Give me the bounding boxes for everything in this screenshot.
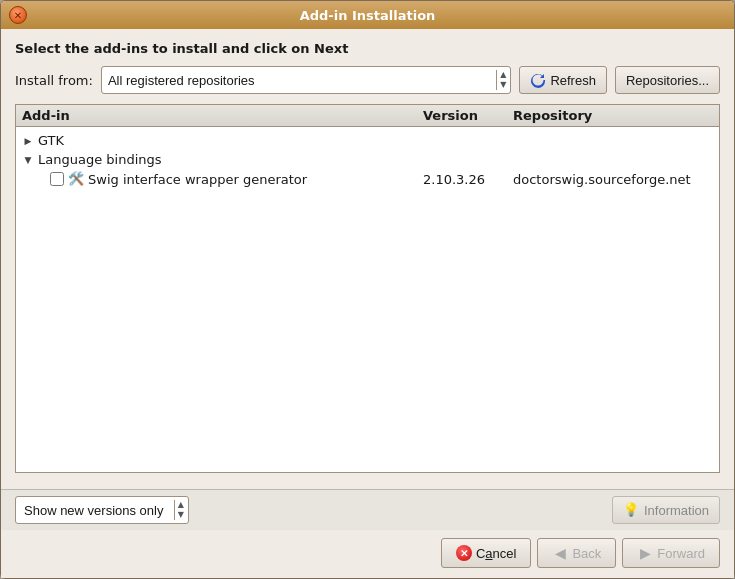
group-language-bindings-label: Language bindings <box>38 152 162 167</box>
back-icon: ◀ <box>552 545 568 561</box>
cancel-icon: ✕ <box>456 545 472 561</box>
col-addon-header: Add-in <box>22 108 423 123</box>
table-header: Add-in Version Repository <box>16 105 719 127</box>
titlebar: ✕ Add-in Installation <box>1 1 734 29</box>
install-from-row: Install from: All registered repositorie… <box>15 66 720 94</box>
content-area: Select the add-ins to install and click … <box>1 29 734 489</box>
expand-gtk-icon: ▶ <box>22 135 34 147</box>
refresh-label: Refresh <box>550 73 596 88</box>
repositories-label: Repositories... <box>626 73 709 88</box>
forward-button[interactable]: ▶ Forward <box>622 538 720 568</box>
tree-body: ▶ GTK ▼ Language bindings 🛠️ Swig interf… <box>16 127 719 472</box>
back-label: Back <box>572 546 601 561</box>
swig-label: Swig interface wrapper generator <box>88 172 423 187</box>
install-from-select-wrapper: All registered repositoriesLocal reposit… <box>101 66 511 94</box>
show-versions-select[interactable]: Show new versions onlyShow all versionsS… <box>15 496 189 524</box>
group-row-language-bindings[interactable]: ▼ Language bindings <box>16 150 719 169</box>
button-bar: ✕ Cancel ◀ Back ▶ Forward <box>1 530 734 578</box>
swig-icon: 🛠️ <box>68 171 84 187</box>
show-versions-arrows: ▲ ▼ <box>174 500 187 520</box>
show-versions-arrow-down-icon: ▼ <box>178 510 184 520</box>
refresh-icon <box>530 72 546 88</box>
show-versions-arrow-up-icon: ▲ <box>178 500 184 510</box>
col-repository-header: Repository <box>513 108 713 123</box>
repositories-button[interactable]: Repositories... <box>615 66 720 94</box>
group-row-gtk[interactable]: ▶ GTK <box>16 131 719 150</box>
information-icon: 💡 <box>623 502 639 518</box>
arrow-down-icon: ▼ <box>500 80 506 90</box>
cancel-label: Cancel <box>476 546 516 561</box>
col-version-header: Version <box>423 108 513 123</box>
item-indent: 🛠️ Swig interface wrapper generator <box>22 171 423 187</box>
addon-tree-table: Add-in Version Repository ▶ GTK ▼ Langua… <box>15 104 720 473</box>
instruction-text: Select the add-ins to install and click … <box>15 41 720 56</box>
show-versions-wrapper: Show new versions onlyShow all versionsS… <box>15 496 189 524</box>
main-window: ✕ Add-in Installation Select the add-ins… <box>0 0 735 579</box>
select-arrows: ▲ ▼ <box>496 70 509 90</box>
cancel-button[interactable]: ✕ Cancel <box>441 538 531 568</box>
bottom-bar: Show new versions onlyShow all versionsS… <box>1 489 734 530</box>
group-gtk-label: GTK <box>38 133 64 148</box>
collapse-language-bindings-icon: ▼ <box>22 154 34 166</box>
install-from-select[interactable]: All registered repositoriesLocal reposit… <box>101 66 511 94</box>
forward-label: Forward <box>657 546 705 561</box>
refresh-button[interactable]: Refresh <box>519 66 607 94</box>
information-label: Information <box>644 503 709 518</box>
back-button[interactable]: ◀ Back <box>537 538 616 568</box>
window-title: Add-in Installation <box>27 8 708 23</box>
swig-repository: doctorswig.sourceforge.net <box>513 172 713 187</box>
swig-checkbox[interactable] <box>50 172 64 186</box>
arrow-up-icon: ▲ <box>500 70 506 80</box>
close-button[interactable]: ✕ <box>9 6 27 24</box>
swig-version: 2.10.3.26 <box>423 172 513 187</box>
install-from-label: Install from: <box>15 73 93 88</box>
table-row: 🛠️ Swig interface wrapper generator 2.10… <box>16 169 719 189</box>
information-button[interactable]: 💡 Information <box>612 496 720 524</box>
forward-icon: ▶ <box>637 545 653 561</box>
